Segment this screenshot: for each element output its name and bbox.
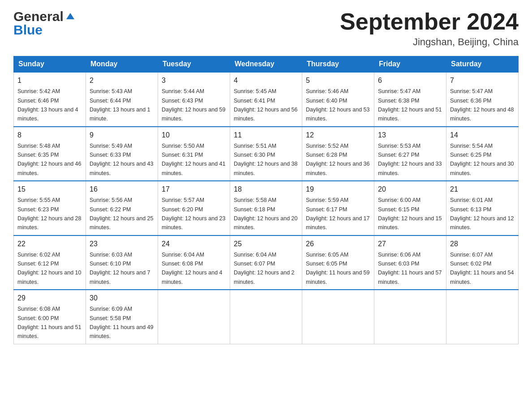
calendar-cell [302, 290, 374, 344]
day-info: Sunrise: 5:55 AMSunset: 6:23 PMDaylight:… [17, 197, 81, 231]
day-number: 13 [378, 130, 442, 141]
logo: General Blue [13, 9, 75, 38]
day-info: Sunrise: 6:00 AMSunset: 6:15 PMDaylight:… [378, 197, 442, 231]
day-number: 2 [90, 75, 154, 86]
day-number: 20 [378, 184, 442, 195]
day-info: Sunrise: 5:52 AMSunset: 6:28 PMDaylight:… [306, 143, 369, 176]
day-number: 8 [17, 130, 82, 141]
day-number: 16 [90, 184, 154, 195]
calendar-cell: 16Sunrise: 5:56 AMSunset: 6:22 PMDayligh… [86, 181, 158, 235]
calendar-cell [230, 290, 302, 344]
calendar-cell: 3Sunrise: 5:44 AMSunset: 6:43 PMDaylight… [158, 72, 230, 127]
week-row-4: 22Sunrise: 6:02 AMSunset: 6:12 PMDayligh… [14, 235, 519, 290]
day-number: 9 [90, 130, 154, 141]
calendar-cell: 10Sunrise: 5:50 AMSunset: 6:31 PMDayligh… [158, 127, 230, 181]
calendar-cell [374, 290, 446, 344]
calendar-cell: 9Sunrise: 5:49 AMSunset: 6:33 PMDaylight… [86, 127, 158, 181]
day-number: 1 [17, 75, 82, 86]
day-info: Sunrise: 5:51 AMSunset: 6:30 PMDaylight:… [234, 143, 297, 176]
col-friday: Friday [374, 56, 446, 73]
calendar-title: September 2024 [340, 9, 519, 34]
day-info: Sunrise: 5:46 AMSunset: 6:40 PMDaylight:… [306, 88, 369, 122]
day-number: 3 [162, 75, 226, 86]
col-sunday: Sunday [14, 56, 86, 73]
week-row-2: 8Sunrise: 5:48 AMSunset: 6:35 PMDaylight… [14, 127, 519, 181]
calendar-cell: 7Sunrise: 5:47 AMSunset: 6:36 PMDaylight… [446, 72, 519, 127]
day-number: 10 [162, 130, 226, 141]
day-info: Sunrise: 5:43 AMSunset: 6:44 PMDaylight:… [90, 88, 150, 122]
calendar-cell: 14Sunrise: 5:54 AMSunset: 6:25 PMDayligh… [446, 127, 519, 181]
day-info: Sunrise: 6:08 AMSunset: 6:00 PMDaylight:… [17, 306, 81, 339]
calendar-cell: 8Sunrise: 5:48 AMSunset: 6:35 PMDaylight… [14, 127, 86, 181]
day-info: Sunrise: 6:04 AMSunset: 6:08 PMDaylight:… [162, 252, 223, 285]
day-info: Sunrise: 6:02 AMSunset: 6:12 PMDaylight:… [17, 252, 81, 285]
day-info: Sunrise: 5:44 AMSunset: 6:43 PMDaylight:… [162, 88, 225, 122]
calendar-cell: 15Sunrise: 5:55 AMSunset: 6:23 PMDayligh… [14, 181, 86, 235]
day-number: 21 [450, 184, 515, 195]
day-info: Sunrise: 6:01 AMSunset: 6:13 PMDaylight:… [450, 197, 514, 231]
calendar-cell: 28Sunrise: 6:07 AMSunset: 6:02 PMDayligh… [446, 235, 519, 290]
col-wednesday: Wednesday [230, 56, 302, 73]
week-row-5: 29Sunrise: 6:08 AMSunset: 6:00 PMDayligh… [14, 290, 519, 344]
day-number: 15 [17, 184, 82, 195]
calendar-cell: 18Sunrise: 5:58 AMSunset: 6:18 PMDayligh… [230, 181, 302, 235]
day-number: 25 [234, 239, 298, 249]
day-info: Sunrise: 6:09 AMSunset: 5:58 PMDaylight:… [90, 306, 153, 339]
day-number: 23 [90, 239, 154, 249]
header-row: Sunday Monday Tuesday Wednesday Thursday… [14, 56, 519, 73]
day-info: Sunrise: 5:57 AMSunset: 6:20 PMDaylight:… [162, 197, 225, 231]
day-info: Sunrise: 5:45 AMSunset: 6:41 PMDaylight:… [234, 88, 297, 122]
week-row-3: 15Sunrise: 5:55 AMSunset: 6:23 PMDayligh… [14, 181, 519, 235]
day-number: 30 [90, 293, 154, 304]
calendar-cell: 27Sunrise: 6:06 AMSunset: 6:03 PMDayligh… [374, 235, 446, 290]
day-info: Sunrise: 6:06 AMSunset: 6:03 PMDaylight:… [378, 252, 442, 285]
col-tuesday: Tuesday [158, 56, 230, 73]
day-info: Sunrise: 5:42 AMSunset: 6:46 PMDaylight:… [17, 88, 78, 122]
day-info: Sunrise: 6:04 AMSunset: 6:07 PMDaylight:… [234, 252, 295, 285]
calendar-cell: 21Sunrise: 6:01 AMSunset: 6:13 PMDayligh… [446, 181, 519, 235]
day-number: 19 [306, 184, 370, 195]
day-number: 4 [234, 75, 298, 86]
calendar-cell: 2Sunrise: 5:43 AMSunset: 6:44 PMDaylight… [86, 72, 158, 127]
calendar-cell: 30Sunrise: 6:09 AMSunset: 5:58 PMDayligh… [86, 290, 158, 344]
day-info: Sunrise: 5:50 AMSunset: 6:31 PMDaylight:… [162, 143, 225, 176]
day-info: Sunrise: 5:47 AMSunset: 6:38 PMDaylight:… [378, 88, 442, 122]
day-info: Sunrise: 5:56 AMSunset: 6:22 PMDaylight:… [90, 197, 153, 231]
calendar-cell: 20Sunrise: 6:00 AMSunset: 6:15 PMDayligh… [374, 181, 446, 235]
calendar-cell: 29Sunrise: 6:08 AMSunset: 6:00 PMDayligh… [14, 290, 86, 344]
calendar-cell: 12Sunrise: 5:52 AMSunset: 6:28 PMDayligh… [302, 127, 374, 181]
day-number: 14 [450, 130, 515, 141]
svg-marker-0 [66, 13, 74, 19]
calendar-body: 1Sunrise: 5:42 AMSunset: 6:46 PMDaylight… [14, 72, 519, 344]
day-number: 22 [17, 239, 82, 249]
calendar-cell [158, 290, 230, 344]
calendar-cell: 23Sunrise: 6:03 AMSunset: 6:10 PMDayligh… [86, 235, 158, 290]
calendar-cell: 24Sunrise: 6:04 AMSunset: 6:08 PMDayligh… [158, 235, 230, 290]
calendar-cell: 25Sunrise: 6:04 AMSunset: 6:07 PMDayligh… [230, 235, 302, 290]
day-info: Sunrise: 6:03 AMSunset: 6:10 PMDaylight:… [90, 252, 150, 285]
day-number: 18 [234, 184, 298, 195]
day-number: 29 [17, 293, 82, 304]
logo-blue-text: Blue [13, 22, 43, 38]
day-number: 26 [306, 239, 370, 249]
calendar-cell: 26Sunrise: 6:05 AMSunset: 6:05 PMDayligh… [302, 235, 374, 290]
calendar-cell: 11Sunrise: 5:51 AMSunset: 6:30 PMDayligh… [230, 127, 302, 181]
title-block: September 2024 Jingshan, Beijing, China [340, 9, 519, 48]
calendar-cell: 4Sunrise: 5:45 AMSunset: 6:41 PMDaylight… [230, 72, 302, 127]
day-info: Sunrise: 6:05 AMSunset: 6:05 PMDaylight:… [306, 252, 369, 285]
day-info: Sunrise: 5:49 AMSunset: 6:33 PMDaylight:… [90, 143, 153, 176]
day-number: 12 [306, 130, 370, 141]
day-number: 7 [450, 75, 515, 86]
day-info: Sunrise: 5:58 AMSunset: 6:18 PMDaylight:… [234, 197, 297, 231]
calendar-cell: 6Sunrise: 5:47 AMSunset: 6:38 PMDaylight… [374, 72, 446, 127]
col-monday: Monday [86, 56, 158, 73]
calendar-cell: 17Sunrise: 5:57 AMSunset: 6:20 PMDayligh… [158, 181, 230, 235]
day-info: Sunrise: 5:48 AMSunset: 6:35 PMDaylight:… [17, 143, 81, 176]
calendar-cell: 22Sunrise: 6:02 AMSunset: 6:12 PMDayligh… [14, 235, 86, 290]
day-info: Sunrise: 5:53 AMSunset: 6:27 PMDaylight:… [378, 143, 442, 176]
page-header: General Blue September 2024 Jingshan, Be… [13, 9, 519, 48]
day-number: 28 [450, 239, 515, 249]
day-info: Sunrise: 5:54 AMSunset: 6:25 PMDaylight:… [450, 143, 514, 176]
calendar-cell [446, 290, 519, 344]
day-number: 11 [234, 130, 298, 141]
